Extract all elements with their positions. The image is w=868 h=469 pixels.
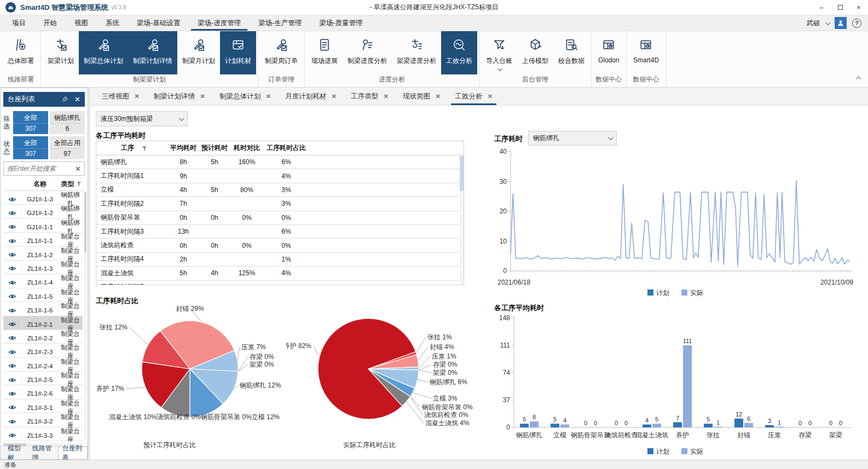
eye-icon[interactable] bbox=[3, 376, 22, 384]
user-avatar[interactable] bbox=[835, 17, 847, 29]
close-panel-icon[interactable]: ✕ bbox=[74, 95, 80, 103]
eye-icon[interactable] bbox=[3, 223, 22, 231]
sidebar-tab-台座列表[interactable]: 台座列表 bbox=[58, 447, 88, 459]
sidebar-tab-模型树[interactable]: 模型树 bbox=[4, 447, 27, 459]
menu-item-2[interactable]: 开始 bbox=[34, 15, 66, 31]
tab-close-icon[interactable]: ✕ bbox=[435, 92, 441, 100]
table-vertical-scrollbar[interactable] bbox=[460, 156, 464, 285]
tab-close-icon[interactable]: ✕ bbox=[331, 92, 337, 100]
pedestal-row-ZL1#-1-6[interactable]: ZL1#-1-6制梁台座 bbox=[3, 302, 83, 316]
menu-item-7[interactable]: 梁场-生产管理 bbox=[250, 15, 310, 31]
table-row-工序耗时间隔4[interactable]: 工序耗时间隔42h1% bbox=[96, 253, 464, 267]
eye-icon[interactable] bbox=[3, 209, 22, 217]
eye-icon[interactable] bbox=[3, 348, 22, 356]
eye-icon[interactable] bbox=[3, 403, 22, 412]
chevron-down-icon[interactable] bbox=[825, 20, 831, 25]
list-vertical-scrollbar[interactable] bbox=[84, 192, 86, 439]
eye-icon[interactable] bbox=[3, 334, 22, 342]
table-header-平均耗时[interactable]: 平均耗时 bbox=[167, 143, 199, 153]
help-icon[interactable]: ? bbox=[852, 19, 861, 28]
ribbon-button-Smart4D[interactable]: Smart4D bbox=[628, 31, 664, 74]
filter-value-all[interactable]: 全部307 bbox=[13, 136, 48, 159]
tab-三维视图[interactable]: 三维视图✕ bbox=[95, 88, 147, 105]
menu-item-4[interactable]: 系统 bbox=[97, 15, 128, 31]
ribbon-button-计划耗材[interactable]: 计划耗材 bbox=[220, 31, 256, 74]
tab-现状简图[interactable]: 现状简图✕ bbox=[396, 88, 448, 105]
filter-value-current[interactable]: 钢筋绑扎6 bbox=[50, 111, 85, 134]
tab-close-icon[interactable]: ✕ bbox=[383, 92, 389, 100]
tab-制梁计划详情[interactable]: 制梁计划详情✕ bbox=[147, 88, 212, 105]
pedestal-row-ZL1#-1-1[interactable]: ZL1#-1-1制梁台座 bbox=[3, 233, 83, 246]
eye-icon[interactable] bbox=[3, 292, 22, 300]
eye-icon[interactable] bbox=[3, 195, 22, 204]
ribbon-button-总体部署[interactable]: 总体部署 bbox=[3, 31, 39, 74]
table-row-立模[interactable]: 立模4h5h80%3% bbox=[96, 183, 464, 197]
ribbon-button-制梁月计划[interactable]: 制梁月计划 bbox=[177, 31, 220, 74]
pedestal-row-ZL1#-2-1[interactable]: ZL1#-2-1制梁台座 bbox=[3, 316, 83, 330]
table-header-工序耗时占比[interactable]: 工序耗时占比 bbox=[264, 143, 309, 153]
table-header-工序[interactable]: 工序 bbox=[96, 143, 167, 153]
sidebar-tab-线路管理[interactable]: 线路管理 bbox=[28, 447, 57, 459]
eye-icon[interactable] bbox=[3, 320, 22, 328]
pedestal-row-ZL1#-2-4[interactable]: ZL1#-2-4制梁台座 bbox=[3, 358, 83, 372]
ribbon-button-架梁计划[interactable]: 架梁计划 bbox=[43, 31, 79, 74]
minimize-button[interactable]: – bbox=[812, 0, 831, 15]
table-row-钢筋绑扎[interactable]: 钢筋绑扎8h5h160%6% bbox=[96, 155, 464, 169]
column-header-type[interactable]: 类型 bbox=[58, 180, 85, 189]
process-select-dropdown[interactable]: 钢筋绑扎 bbox=[528, 131, 617, 146]
tab-close-icon[interactable]: ✕ bbox=[200, 92, 205, 100]
ribbon-button-制梁进度分析[interactable]: 制梁进度分析 bbox=[343, 31, 392, 74]
pin-icon[interactable] bbox=[62, 96, 68, 103]
pedestal-row-GJ1#-1-1[interactable]: GJ1#-1-1钢筋绑扎 bbox=[3, 219, 83, 233]
ribbon-button-制梁周订单[interactable]: 制梁周订单 bbox=[260, 31, 303, 74]
tab-月度计划耗材[interactable]: 月度计划耗材✕ bbox=[278, 88, 344, 105]
pedestal-row-GJ1#-1-2[interactable]: GJ1#-1-2钢筋绑扎 bbox=[3, 205, 83, 218]
filter-value-current[interactable]: 全部占用97 bbox=[50, 136, 85, 159]
table-row-工序耗时间隔3[interactable]: 工序耗时间隔313h6% bbox=[96, 225, 464, 239]
current-user-label[interactable]: 武硕 bbox=[807, 19, 820, 28]
tab-工效分析[interactable]: 工效分析✕ bbox=[448, 88, 500, 105]
pedestal-row-ZL1#-3-3[interactable]: ZL1#-3-3制梁台座 bbox=[3, 427, 83, 441]
eye-icon[interactable] bbox=[3, 237, 22, 245]
beam-type-dropdown[interactable]: 液压30m预制箱梁 bbox=[96, 111, 188, 126]
ribbon-button-制梁计划详情[interactable]: 制梁计划详情 bbox=[128, 31, 177, 74]
eye-icon[interactable] bbox=[3, 390, 22, 398]
tab-close-icon[interactable]: ✕ bbox=[487, 92, 493, 100]
eye-icon[interactable] bbox=[3, 431, 22, 439]
eye-icon[interactable] bbox=[3, 251, 22, 259]
search-input[interactable] bbox=[4, 165, 75, 172]
eye-icon[interactable] bbox=[3, 279, 22, 287]
eye-icon[interactable] bbox=[3, 264, 22, 273]
eye-icon[interactable] bbox=[3, 362, 22, 370]
pedestal-row-ZL1#-2-5[interactable]: ZL1#-2-5制梁台座 bbox=[3, 372, 83, 385]
ribbon-button-上传模型[interactable]: 上传模型 bbox=[517, 31, 553, 74]
table-header-预计耗时[interactable]: 预计耗时 bbox=[199, 143, 230, 153]
pedestal-row-ZL1#-1-5[interactable]: ZL1#-1-5制梁台座 bbox=[3, 288, 83, 302]
tab-close-icon[interactable]: ✕ bbox=[134, 92, 140, 100]
menu-item-3[interactable]: 视图 bbox=[66, 15, 97, 31]
tab-工序类型[interactable]: 工序类型✕ bbox=[344, 88, 396, 105]
eye-icon[interactable] bbox=[3, 306, 22, 315]
pedestal-row-ZL1#-3-1[interactable]: ZL1#-3-1制梁台座 bbox=[3, 399, 83, 413]
pedestal-row-ZL1#-2-6[interactable]: ZL1#-2-6制梁台座 bbox=[3, 385, 83, 399]
pedestal-row-ZL1#-1-2[interactable]: ZL1#-1-2制梁台座 bbox=[3, 247, 83, 260]
clear-search-icon[interactable]: ✕ bbox=[75, 165, 84, 173]
ribbon-button-现场进展[interactable]: 现场进展 bbox=[306, 31, 343, 74]
menu-item-5[interactable]: 梁场-基础设置 bbox=[128, 15, 189, 31]
ribbon-button-架梁进度分析[interactable]: 架梁进度分析 bbox=[392, 31, 441, 74]
ribbon-button-校合数据[interactable]: 校合数据 bbox=[553, 31, 589, 74]
table-header-耗时对比[interactable]: 耗时对比 bbox=[230, 143, 264, 153]
table-row-混凝土浇筑[interactable]: 混凝土浇筑5h4h125%4% bbox=[96, 267, 464, 280]
eye-icon[interactable] bbox=[3, 418, 22, 426]
pedestal-row-ZL1#-3-2[interactable]: ZL1#-3-2制梁台座 bbox=[3, 413, 83, 427]
pedestal-row-GJ1#-1-3[interactable]: GJ1#-1-3钢筋绑扎 bbox=[3, 191, 83, 205]
search-box[interactable]: ✕ bbox=[3, 161, 85, 176]
ribbon-button-制梁总体计划[interactable]: 制梁总体计划 bbox=[79, 31, 128, 74]
table-row-浇筑前检查[interactable]: 浇筑前检查0h0h0%0% bbox=[96, 239, 464, 252]
menu-item-8[interactable]: 梁场-质量管理 bbox=[311, 15, 372, 31]
close-button[interactable]: × bbox=[849, 0, 868, 15]
pedestal-row-ZL1#-2-3[interactable]: ZL1#-2-3制梁台座 bbox=[3, 344, 83, 357]
pedestal-row-ZL1#-1-3[interactable]: ZL1#-1-3制梁台座 bbox=[3, 260, 83, 274]
tab-制梁总体计划[interactable]: 制梁总体计划✕ bbox=[212, 88, 278, 105]
table-row-工序耗时间隔1[interactable]: 工序耗时间隔19h4% bbox=[96, 169, 464, 183]
